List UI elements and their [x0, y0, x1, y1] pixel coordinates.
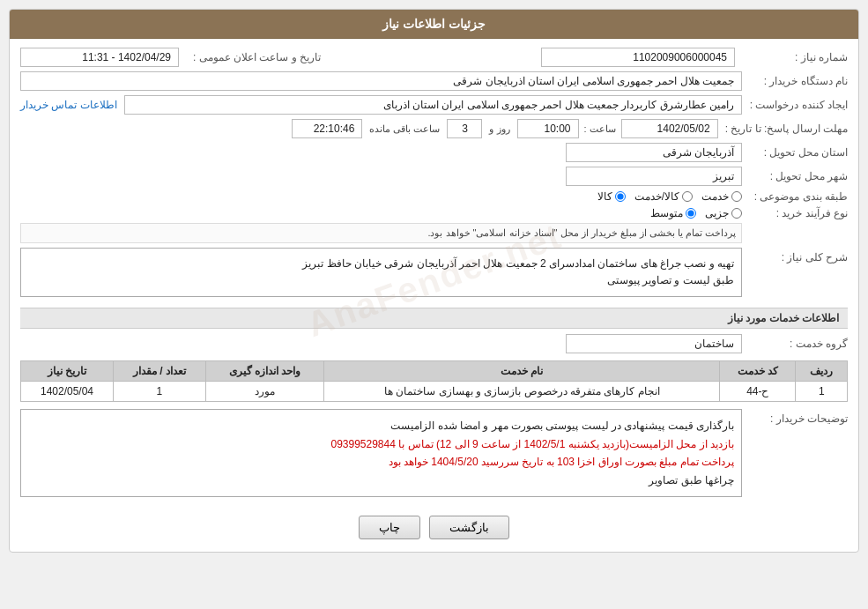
province-label: استان محل تحویل : [742, 146, 848, 159]
need-desc-value: تهیه و نصب جراغ های ساختمان امدادسرای 2 … [20, 248, 742, 297]
purchase-type-label: نوع فرآیند خرید : [742, 207, 848, 219]
radio-goods-label: کالا [597, 190, 612, 203]
back-button[interactable]: بازگشت [429, 516, 509, 539]
panel-title: جزئیات اطلاعات نیاز [10, 10, 858, 39]
col-row: ردیف [796, 361, 848, 382]
contact-link[interactable]: اطلاعات تماس خریدار [20, 99, 117, 111]
category-radio-both[interactable]: کالا/خدمت [634, 190, 693, 203]
city-value: تبریز [566, 167, 742, 186]
radio-partial[interactable] [731, 208, 742, 219]
category-radio-group: خدمت کالا/خدمت کالا [597, 190, 742, 203]
buyer-notes-label: توضیحات خریدار : [742, 409, 848, 425]
buyer-notes-line1: بارگذاری قیمت پیشنهادی در لیست پیوستی بص… [28, 417, 734, 434]
service-group-label: گروه خدمت : [742, 338, 848, 350]
radio-both-label: کالا/خدمت [634, 190, 679, 203]
radio-goods[interactable] [615, 191, 626, 202]
purchase-desc: پرداخت تمام یا بخشی از مبلغ خریدار از مح… [20, 223, 742, 243]
col-unit: واحد اندازه گیری [205, 361, 323, 382]
city-label: شهر محل تحویل : [742, 170, 848, 182]
radio-service[interactable] [731, 191, 742, 202]
radio-both[interactable] [682, 191, 693, 202]
category-label: طبقه بندی موضوعی : [742, 190, 848, 203]
creator-value: رامین عطارشرق کاربردار جمعیت هلال احمر ج… [124, 95, 742, 115]
services-table-section: ردیف کد خدمت نام خدمت واحد اندازه گیری ت… [20, 360, 848, 402]
buyer-notes-line2: بازدید از محل الزامیست(بازدید یکشنبه 140… [28, 435, 734, 453]
radio-medium[interactable] [686, 208, 696, 219]
creator-label: ایجاد کننده درخواست : [742, 99, 848, 111]
col-date: تاریخ نیاز [21, 361, 114, 382]
date-label: تاریخ و ساعت اعلان عمومی : [186, 51, 321, 63]
response-days-label: روز و [489, 123, 509, 135]
response-date: 1402/05/02 [621, 119, 718, 138]
print-button[interactable]: چاپ [359, 516, 420, 539]
col-name: نام خدمت [324, 361, 720, 382]
date-value: 1402/04/29 - 11:31 [20, 48, 179, 67]
province-value: آذربایجان شرقی [566, 143, 742, 162]
radio-service-label: خدمت [701, 190, 729, 203]
need-number-label: شماره نیاز : [742, 51, 848, 63]
buyer-notes-line3: پرداخت تمام مبلغ بصورت اوراق اخزا 103 به… [28, 453, 734, 471]
category-radio-service[interactable]: خدمت [701, 190, 742, 203]
need-number-value: 1102009006000045 [541, 48, 735, 67]
col-code: کد خدمت [720, 361, 796, 382]
main-panel: AnaFender.net جزئیات اطلاعات نیاز شماره … [9, 9, 859, 553]
services-table: ردیف کد خدمت نام خدمت واحد اندازه گیری ت… [20, 360, 848, 402]
category-radio-goods[interactable]: کالا [597, 190, 626, 203]
buyer-org-label: نام دستگاه خریدار : [742, 75, 848, 87]
purchase-radio-medium[interactable]: متوسط [650, 207, 696, 219]
response-remaining: 22:10:46 [292, 119, 362, 138]
button-row: بازگشت چاپ [20, 509, 848, 543]
response-remaining-label: ساعت باقی مانده [369, 123, 440, 135]
response-days: 3 [447, 119, 482, 138]
radio-partial-label: جزیی [705, 207, 729, 219]
response-time-label: ساعت : [584, 123, 616, 135]
buyer-org-value: جمعیت هلال احمر جمهوری اسلامی ایران استا… [20, 71, 742, 91]
buyer-notes: بارگذاری قیمت پیشنهادی در لیست پیوستی بص… [20, 409, 742, 497]
service-group-value: ساختمان [566, 334, 742, 353]
response-date-label: مهلت ارسال پاسخ: تا تاریخ : [718, 123, 848, 135]
services-section-title: اطلاعات خدمات مورد نیاز [20, 308, 848, 329]
table-row: 1ح-44انجام کارهای متفرقه درخصوص بازسازی … [21, 382, 848, 402]
col-qty: تعداد / مقدار [114, 361, 206, 382]
response-time: 10:00 [517, 119, 579, 138]
radio-medium-label: متوسط [650, 207, 683, 219]
purchase-radio-partial[interactable]: جزیی [705, 207, 742, 219]
buyer-notes-line4: چراغها طبق تصاویر [28, 472, 734, 489]
need-desc-label: شرح کلی نیاز : [742, 248, 848, 264]
